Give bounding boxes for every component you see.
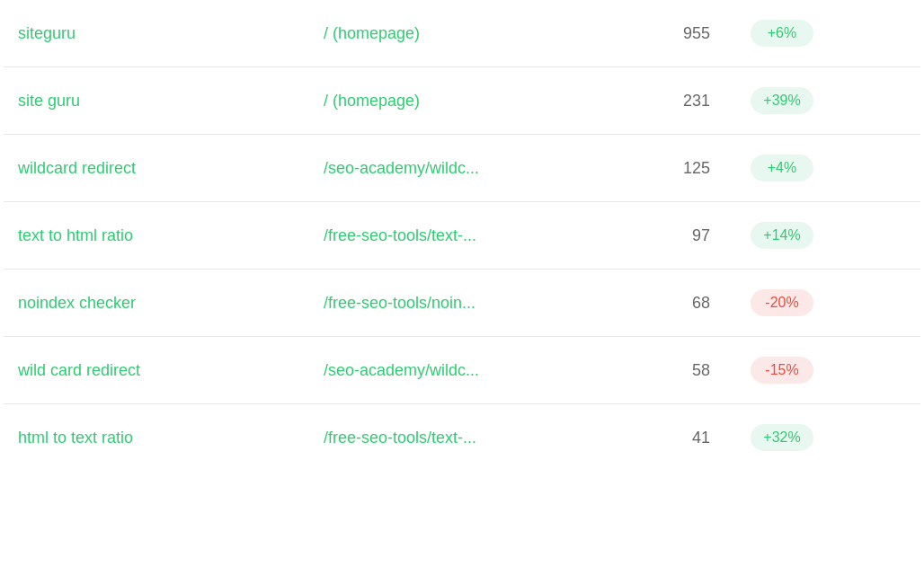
count-cell: 58 <box>647 361 737 380</box>
count-cell: 231 <box>647 92 737 111</box>
table-row: text to html ratio /free-seo-tools/text-… <box>4 202 920 270</box>
url-cell: /seo-academy/wildc... <box>324 159 647 178</box>
table-row: noindex checker /free-seo-tools/noin... … <box>4 270 920 337</box>
change-badge: -20% <box>751 289 813 316</box>
table-row: wild card redirect /seo-academy/wildc...… <box>4 337 920 404</box>
keyword-cell: siteguru <box>18 24 324 43</box>
count-cell: 41 <box>647 429 737 447</box>
url-cell: / (homepage) <box>324 92 647 111</box>
url-cell: / (homepage) <box>324 24 647 43</box>
keyword-cell: wildcard redirect <box>18 159 324 178</box>
count-cell: 955 <box>647 24 737 43</box>
change-cell: +39% <box>737 87 827 114</box>
url-cell: /seo-academy/wildc... <box>324 361 647 380</box>
url-cell: /free-seo-tools/text-... <box>324 429 647 447</box>
count-cell: 68 <box>647 294 737 313</box>
keyword-cell: wild card redirect <box>18 361 324 380</box>
change-cell: -15% <box>737 357 827 384</box>
url-cell: /free-seo-tools/noin... <box>324 294 647 313</box>
change-badge: +32% <box>751 424 813 451</box>
change-cell: +4% <box>737 155 827 181</box>
change-cell: +6% <box>737 20 827 47</box>
change-badge: +39% <box>751 87 813 114</box>
url-cell: /free-seo-tools/text-... <box>324 226 647 245</box>
change-cell: +14% <box>737 222 827 249</box>
table-row: siteguru / (homepage) 955 +6% <box>4 0 920 67</box>
keyword-cell: text to html ratio <box>18 226 324 245</box>
change-badge: +14% <box>751 222 813 249</box>
change-badge: +6% <box>751 20 813 47</box>
count-cell: 125 <box>647 159 737 178</box>
keyword-cell: html to text ratio <box>18 429 324 447</box>
change-badge: +4% <box>751 155 813 181</box>
keyword-cell: noindex checker <box>18 294 324 313</box>
table-row: wildcard redirect /seo-academy/wildc... … <box>4 135 920 202</box>
table-row: site guru / (homepage) 231 +39% <box>4 67 920 135</box>
keywords-table: siteguru / (homepage) 955 +6% site guru … <box>0 0 924 471</box>
change-badge: -15% <box>751 357 813 384</box>
change-cell: -20% <box>737 289 827 316</box>
change-cell: +32% <box>737 424 827 451</box>
keyword-cell: site guru <box>18 92 324 111</box>
count-cell: 97 <box>647 226 737 245</box>
table-row: html to text ratio /free-seo-tools/text-… <box>4 404 920 471</box>
